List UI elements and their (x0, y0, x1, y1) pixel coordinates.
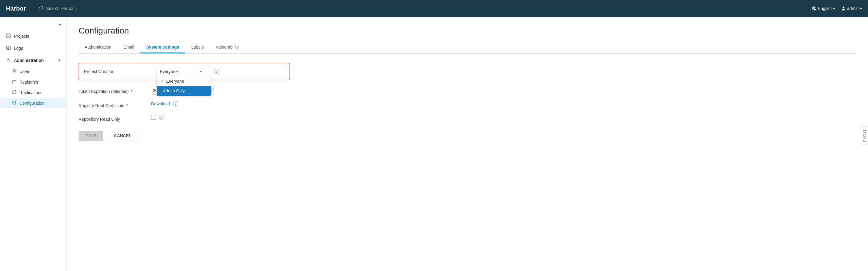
main-content: Configuration Authentication Email Syste… (66, 17, 868, 271)
project-creation-info-icon[interactable]: i (214, 69, 219, 74)
registry-required-asterisk: * (127, 103, 128, 108)
cancel-button[interactable]: CANCEL (107, 131, 138, 141)
registry-root-cert-row: Registry Root Certificate * Download i (79, 101, 290, 108)
user-label: admin (847, 6, 859, 11)
topnav-right: English ▾ admin ▾ (812, 6, 862, 11)
tab-vulnerability[interactable]: Vulnerability (210, 42, 245, 54)
system-settings-form: Project Creation Everyone ▾ ✓ Everyone (79, 63, 290, 141)
registry-root-cert-control: Download i (151, 101, 290, 106)
required-asterisk: * (131, 89, 132, 94)
svg-rect-3 (9, 34, 10, 35)
tab-labels[interactable]: Labels (185, 42, 210, 54)
registries-icon (12, 79, 16, 84)
sidebar-configuration-label: Configuration (19, 101, 44, 106)
svg-line-1 (42, 9, 43, 10)
svg-rect-12 (12, 80, 16, 83)
repo-read-only-row: Repository Read Only i (79, 115, 290, 122)
administration-icon (6, 57, 11, 63)
language-label: English (818, 6, 832, 11)
tab-authentication[interactable]: Authentication (79, 42, 118, 54)
users-icon (12, 69, 16, 74)
registry-root-cert-label: Registry Root Certificate * (79, 101, 151, 108)
svg-rect-5 (9, 36, 10, 37)
repo-read-only-label: Repository Read Only (79, 115, 151, 122)
option-everyone-label: Everyone (166, 79, 184, 83)
tab-email[interactable]: Email (118, 42, 140, 54)
token-expiration-label: Token Expiration (Minutes) * (79, 87, 151, 94)
replications-icon (12, 90, 16, 95)
dropdown-option-admin-only[interactable]: Admin Only (157, 86, 211, 96)
selected-option-label: Everyone (160, 69, 178, 74)
registry-cert-info-icon[interactable]: i (173, 101, 178, 106)
sidebar-collapse[interactable]: « (0, 22, 66, 30)
sidebar-item-replications[interactable]: Replications (0, 87, 66, 98)
sidebar: « Projects Logs Administration ▾ Users (0, 17, 66, 271)
nav-divider (34, 4, 34, 13)
sidebar-item-projects[interactable]: Projects (0, 30, 66, 42)
sidebar-item-users[interactable]: Users (0, 66, 66, 77)
configuration-icon (12, 101, 16, 106)
top-navigation: Harbor English ▾ admin ▾ (0, 0, 868, 17)
logs-icon (6, 45, 11, 51)
tab-system-settings[interactable]: System Settings (140, 42, 185, 54)
projects-icon (6, 33, 11, 39)
search-icon (39, 5, 44, 11)
configuration-tabs: Authentication Email System Settings Lab… (79, 42, 856, 54)
svg-point-10 (7, 58, 9, 60)
form-buttons: SAVE CANCEL (79, 131, 290, 141)
project-creation-control: Everyone ▾ ✓ Everyone Admin Only (157, 67, 285, 76)
sidebar-logs-label: Logs (14, 46, 23, 51)
language-selector[interactable]: English ▾ (812, 6, 835, 11)
sidebar-item-administration[interactable]: Administration ▾ (0, 54, 66, 66)
dropdown-selected-value[interactable]: Everyone ▾ (157, 67, 211, 76)
download-link[interactable]: Download (151, 101, 170, 106)
sidebar-sub-items: Users Registries Replications Configurat… (0, 66, 66, 108)
app-logo: Harbor (6, 5, 26, 12)
svg-point-11 (13, 69, 14, 71)
search-bar[interactable] (39, 5, 807, 11)
repo-read-only-info-icon[interactable]: i (159, 115, 164, 120)
project-creation-dropdown[interactable]: Everyone ▾ ✓ Everyone Admin Only (157, 67, 211, 76)
lang-chevron-icon: ▾ (833, 6, 835, 11)
svg-point-13 (13, 102, 15, 103)
administration-chevron-icon: ▾ (58, 58, 60, 63)
sidebar-item-configuration[interactable]: Configuration (0, 98, 66, 108)
sidebar-users-label: Users (19, 69, 31, 74)
page-title: Configuration (79, 26, 856, 36)
svg-rect-2 (7, 34, 8, 35)
svg-rect-4 (7, 36, 8, 37)
repo-read-only-checkbox-wrap (151, 115, 156, 120)
sidebar-administration-label: Administration (14, 58, 44, 63)
sidebar-replications-label: Replications (19, 90, 42, 95)
repo-read-only-checkbox[interactable] (151, 115, 156, 120)
sidebar-item-registries[interactable]: Registries (0, 77, 66, 87)
user-menu[interactable]: admin ▾ (841, 6, 862, 11)
dropdown-menu: ✓ Everyone Admin Only (157, 76, 211, 96)
sidebar-projects-label: Projects (14, 34, 29, 39)
search-input[interactable] (46, 6, 113, 11)
dropdown-option-everyone[interactable]: ✓ Everyone (157, 76, 211, 86)
option-admin-only-label: Admin Only (163, 89, 185, 93)
collapse-icon[interactable]: « (59, 22, 61, 27)
dropdown-chevron-icon: ▾ (200, 70, 202, 73)
project-creation-row: Project Creation Everyone ▾ ✓ Everyone (79, 63, 290, 80)
checkmark-icon: ✓ (160, 79, 164, 83)
repo-read-only-control: i (151, 115, 290, 120)
sidebar-item-logs[interactable]: Logs (0, 42, 66, 54)
sidebar-registries-label: Registries (19, 80, 38, 84)
svg-point-0 (39, 6, 43, 9)
event-tab-label: EVENT (863, 129, 867, 142)
project-creation-label: Project Creation (84, 67, 157, 74)
event-tab[interactable]: EVENT (862, 127, 868, 144)
save-button[interactable]: SAVE (79, 131, 103, 141)
user-chevron-icon: ▾ (860, 6, 862, 11)
